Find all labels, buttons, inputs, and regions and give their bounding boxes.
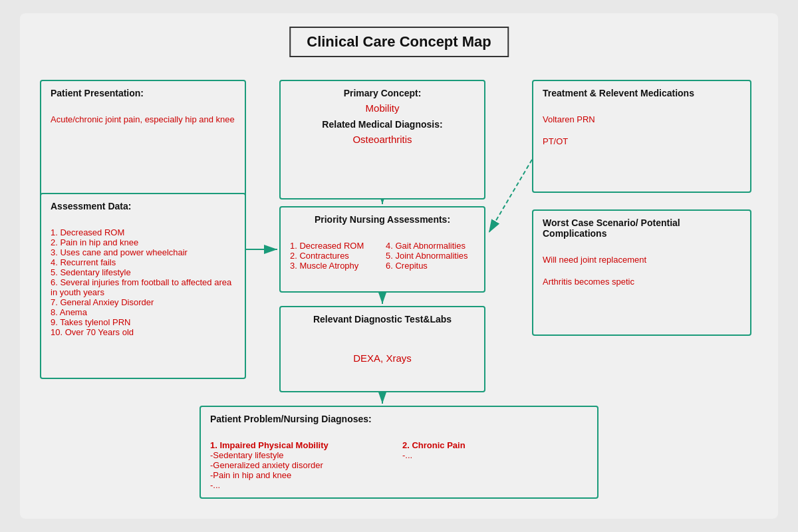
priority-nursing-col2-item1: 5. Joint Abnormalities — [386, 251, 475, 261]
assessment-data-title: Assessment Data: — [51, 201, 235, 211]
nursing-diagnoses-box: Patient Problem/Nursing Diagnoses: 1. Im… — [200, 406, 598, 499]
patient-presentation-content: Acute/chronic joint pain, especially hip… — [51, 114, 235, 124]
primary-concept-box: Primary Concept: Mobility Related Medica… — [279, 80, 485, 200]
main-title: Clinical Care Concept Map — [289, 27, 509, 57]
primary-concept-value: Mobility — [290, 102, 475, 114]
nursing-diagnoses-col1-item2: -Pain in hip and knee — [210, 470, 396, 480]
nursing-diagnoses-col1-item0: -Sedentary lifestyle — [210, 450, 396, 460]
assessment-item-1: 2. Pain in hip and knee — [51, 237, 235, 247]
primary-concept-title: Primary Concept: — [290, 88, 475, 98]
nursing-diagnoses-col1-item3: -... — [210, 480, 396, 490]
patient-presentation-title: Patient Presentation: — [51, 88, 235, 98]
assessment-item-8: 9. Takes tylenol PRN — [51, 317, 235, 327]
treatment-box: Treatment & Relevent Medications Voltare… — [532, 80, 751, 193]
assessment-item-2: 3. Uses cane and power wheelchair — [51, 247, 235, 257]
worst-case-item-1: Arthritis becomes spetic — [543, 277, 741, 287]
diagnostic-content: DEXA, Xrays — [290, 352, 475, 364]
treatment-item-2: PT/OT — [543, 136, 741, 146]
related-diagnosis-label: Related Medical Diagnosis: — [290, 119, 475, 130]
diagnostic-box: Relevant Diagnostic Test&Labs DEXA, Xray… — [279, 306, 485, 392]
priority-nursing-col1-item2: 3. Muscle Atrophy — [290, 261, 379, 271]
priority-nursing-box: Priority Nursing Assessments: 1. Decreas… — [279, 206, 485, 293]
svg-line-5 — [489, 160, 532, 233]
priority-nursing-col1-item0: 1. Decreased ROM — [290, 241, 379, 251]
priority-nursing-title: Priority Nursing Assessments: — [290, 214, 475, 225]
assessment-item-0: 1. Decreased ROM — [51, 227, 235, 237]
nursing-diagnoses-col2-item0: -... — [402, 450, 588, 460]
treatment-title: Treatment & Relevent Medications — [543, 88, 741, 98]
treatment-item-1: Voltaren PRN — [543, 114, 741, 124]
priority-nursing-col2-item0: 4. Gait Abnormalities — [386, 241, 475, 251]
nursing-diagnoses-col1-item1: -Generalized anxiety disorder — [210, 460, 396, 470]
nursing-diagnoses-col2-title: 2. Chronic Pain — [402, 440, 588, 450]
assessment-item-6: 7. General Anxiey Disorder — [51, 297, 235, 307]
worst-case-item-0: Will need joint replacement — [543, 255, 741, 265]
nursing-diagnoses-col1-title: 1. Impaired Physical Mobility — [210, 440, 396, 450]
worst-case-title: Worst Case Scenario/ Potential Complicat… — [543, 217, 741, 239]
assessment-item-5: 6. Several injuries from football to aff… — [51, 277, 235, 297]
nursing-diagnoses-title: Patient Problem/Nursing Diagnoses: — [210, 414, 588, 424]
related-diagnosis-value: Osteoarthritis — [290, 134, 475, 145]
worst-case-box: Worst Case Scenario/ Potential Complicat… — [532, 209, 751, 336]
assessment-data-box: Assessment Data: 1. Decreased ROM 2. Pai… — [40, 193, 246, 379]
priority-nursing-col1-item1: 2. Contractures — [290, 251, 379, 261]
assessment-item-7: 8. Anema — [51, 307, 235, 317]
assessment-item-3: 4. Recurrent fails — [51, 257, 235, 267]
priority-nursing-col2-item2: 6. Crepitus — [386, 261, 475, 271]
diagnostic-title: Relevant Diagnostic Test&Labs — [290, 314, 475, 325]
assessment-item-4: 5. Sedentary lifestyle — [51, 267, 235, 277]
assessment-item-9: 10. Over 70 Years old — [51, 327, 235, 337]
